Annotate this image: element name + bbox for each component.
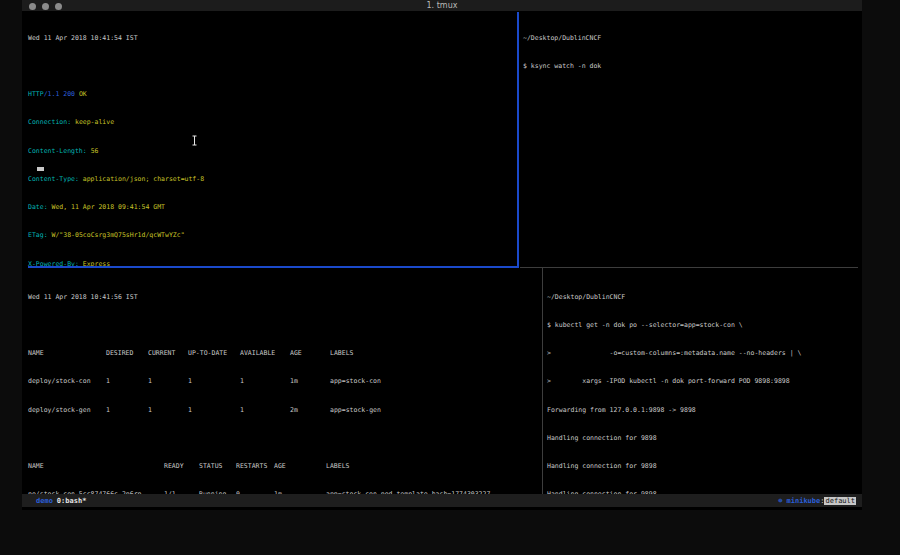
pane-port-forward[interactable]: ~/Desktop/DublinCNCF $ kubectl get -n do… [544,268,862,494]
deployment-row: deploy/stock-con11111mapp=stock-con [28,377,541,386]
http-header: Content-Type: application/json; charset=… [28,175,517,184]
maximize-window-icon[interactable] [55,3,62,10]
terminal-cursor [37,167,44,171]
http-header: Content-Length: 56 [28,147,517,156]
ksync-command: $ ksync watch -n dok [523,62,862,71]
http-status-line: HTTP/1.1 200 OK [28,90,517,99]
http-protocol: HTTP [28,90,44,98]
minimize-window-icon[interactable] [42,3,49,10]
pods-header-row: NAMEREADYSTATUSRESTARTSAGELABELS [28,462,541,471]
forwarding-status: Forwarding from 127.0.0.1:9898 -> 9898 [547,406,862,415]
traffic-lights [29,3,62,10]
deployments-header-row: NAMEDESIREDCURRENTUP-TO-DATEAVAILABLEAGE… [28,349,541,358]
connection-log-line: Handling connection for 9898 [547,462,862,471]
pane-kubectl-watch[interactable]: Wed 11 Apr 2018 10:41:56 IST NAMEDESIRED… [22,268,541,494]
window-titlebar[interactable]: 1. tmux [22,0,862,12]
pane-divider-vertical-active[interactable] [517,12,519,267]
kube-namespace-badge: default [824,497,856,505]
cwd: ~/Desktop/DublinCNCF [523,34,862,43]
http-status-text: OK [79,90,87,98]
http-header: Date: Wed, 11 Apr 2018 09:41:54 GMT [28,203,517,212]
kubernetes-icon: ☸ [778,497,782,505]
pane-http-response[interactable]: Wed 11 Apr 2018 10:41:54 IST HTTP/1.1 20… [22,12,517,266]
pane-ksync[interactable]: ~/Desktop/DublinCNCF $ ksync watch -n do… [520,12,862,266]
kubectl-command-line: $ kubectl get -n dok po --selector=app=s… [547,321,862,330]
cwd: ~/Desktop/DublinCNCF [547,293,862,302]
http-header: Connection: keep-alive [28,118,517,127]
kubectl-command-line: > -o=custom-columns=:metadata.name --no-… [547,349,862,358]
window-title: 1. tmux [22,0,862,12]
connection-log-line: Handling connection for 9898 [547,434,862,443]
close-window-icon[interactable] [29,3,36,10]
terminal-window: 1. tmux Wed 11 Apr 2018 10:41:54 IST HTT… [22,0,862,510]
text-cursor-pointer [168,126,198,159]
timestamp: Wed 11 Apr 2018 10:41:56 IST [28,293,541,302]
kubectl-command-line: > xargs -IPOD kubectl -n dok port-forwar… [547,377,862,386]
deployment-row: deploy/stock-gen11112mapp=stock-gen [28,406,541,415]
tmux-status-bar: demo 0:bash* ☸ minikube : default [22,494,862,507]
session-name: demo [36,497,53,505]
http-header: ETag: W/"38-05coCsrg3mQ75sHr1d/qcWTwYZc" [28,231,517,240]
timestamp: Wed 11 Apr 2018 10:41:54 IST [28,34,517,43]
kube-context: minikube [787,497,821,505]
window-tab-bash[interactable]: 0:bash* [57,497,87,505]
http-version-status: /1.1 200 [44,90,79,98]
pane-divider-vertical[interactable] [542,268,543,494]
